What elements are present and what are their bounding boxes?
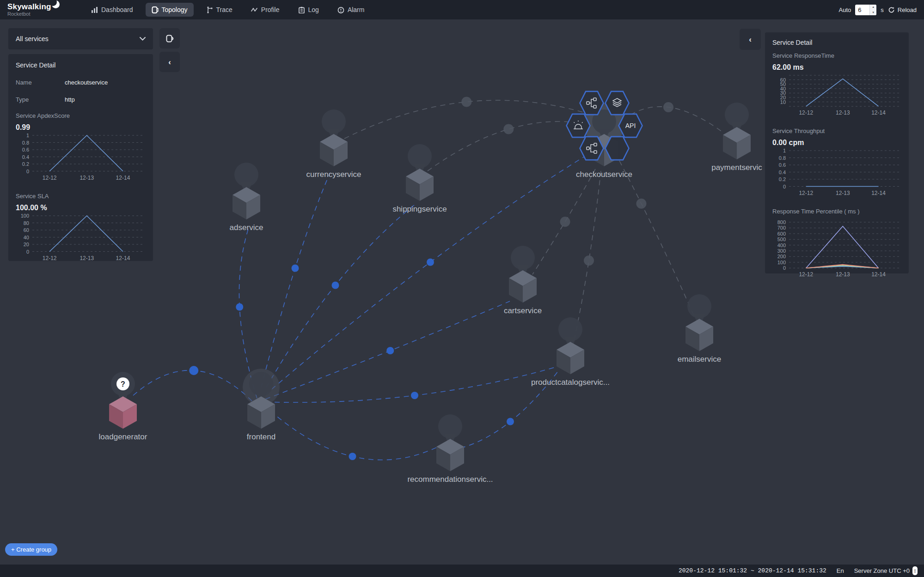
- response-time-value: 62.00 ms: [772, 63, 901, 72]
- topo-edge-blue[interactable]: [133, 370, 254, 403]
- svg-text:12-14: 12-14: [871, 109, 886, 116]
- service-type-row: Type http: [16, 96, 146, 103]
- hex-menu-api[interactable]: API: [619, 114, 643, 137]
- response-time-heading: Service ResponseTime: [772, 52, 901, 59]
- node-label: cartservice: [504, 306, 542, 315]
- hex-menu-alarm-siren[interactable]: [567, 114, 590, 137]
- hex-menu-sitemap[interactable]: [580, 137, 604, 160]
- svg-text:0.8: 0.8: [779, 155, 786, 161]
- topo-node-frontend[interactable]: frontend: [243, 369, 280, 441]
- topo-edge-blue[interactable]: [259, 173, 330, 396]
- time-range-picker[interactable]: 2020-12-12 15:01:32 ~ 2020-12-14 15:31:3…: [679, 567, 826, 574]
- node-label: paymentservic: [711, 163, 762, 172]
- nav-item-trace[interactable]: Trace: [200, 3, 239, 17]
- svg-text:100: 100: [777, 259, 786, 265]
- apdex-chart: 10.80.60.40.2012-1212-1312-14: [16, 134, 146, 183]
- alarm-icon: [337, 6, 344, 13]
- edge-dot: [636, 199, 646, 209]
- services-select-value: All services: [16, 35, 49, 43]
- nav-item-topology[interactable]: Topology: [146, 3, 194, 17]
- app-logo: Skywalking Rocketbot: [7, 1, 67, 18]
- edge-dot: [236, 304, 243, 311]
- language-toggle[interactable]: En: [837, 567, 844, 574]
- svg-text:10: 10: [780, 99, 786, 105]
- topology-mode-button[interactable]: [159, 28, 180, 49]
- name-label: Name: [16, 79, 65, 86]
- topo-node-recommendationservice[interactable]: recommendationservic...: [407, 414, 493, 484]
- topo-edge-gray[interactable]: [619, 161, 695, 319]
- svg-text:0: 0: [26, 249, 29, 254]
- topo-node-paymentservice[interactable]: paymentservic: [711, 103, 762, 172]
- collapse-left-panel-button[interactable]: ‹: [159, 52, 180, 72]
- node-label: checkoutservice: [576, 170, 632, 179]
- svg-text:0.2: 0.2: [779, 176, 786, 182]
- nav-item-label: Alarm: [348, 6, 365, 13]
- panel-title: Service Detail: [772, 39, 901, 46]
- service-detail-panel-right: Service Detail Service ResponseTime 62.0…: [765, 32, 909, 273]
- topo-edge-blue[interactable]: [265, 367, 557, 402]
- svg-text:0: 0: [26, 169, 29, 174]
- auto-interval-value[interactable]: 6: [855, 5, 869, 15]
- node-label: frontend: [247, 432, 275, 441]
- response-time-chart: 60504030201012-1212-1312-14: [772, 73, 901, 118]
- hex-menu-empty: [606, 137, 629, 160]
- nav-item-profile[interactable]: Profile: [245, 3, 286, 17]
- server-zone-stepper[interactable]: ▲▼: [912, 566, 918, 575]
- chart-svg: 800700600500400300200100012-1212-1312-14: [772, 220, 901, 278]
- nav-item-log[interactable]: Log: [292, 3, 325, 17]
- service-detail-panel-left: Service Detail Name checkoutservice Type…: [8, 54, 153, 261]
- service-name-row: Name checkoutservice: [16, 79, 146, 86]
- edge-dot: [507, 418, 514, 425]
- topo-node-productcatalogservice[interactable]: productcatalogservic...: [531, 317, 610, 387]
- chart-svg: 10080604020012-1212-1312-14: [16, 214, 146, 262]
- edge-dot: [503, 124, 514, 134]
- top-navigation-bar: Skywalking Rocketbot DashboardTopologyTr…: [0, 0, 924, 19]
- svg-text:0.2: 0.2: [22, 161, 29, 167]
- topo-node-adservice[interactable]: adservice: [230, 163, 263, 232]
- nav-item-dashboard[interactable]: Dashboard: [85, 3, 139, 17]
- collapse-right-panel-button[interactable]: ‹: [740, 29, 761, 50]
- hex-menu-topology-branch[interactable]: [580, 91, 604, 115]
- app-subtitle: Rocketbot: [7, 11, 31, 17]
- services-select[interactable]: All services: [8, 28, 153, 49]
- hex-menu-layers[interactable]: [606, 91, 629, 115]
- node-label: emailservice: [678, 355, 721, 364]
- step-down-icon[interactable]: ▼: [870, 10, 876, 15]
- chevron-left-icon: ‹: [749, 36, 752, 43]
- topo-node-currencyservice[interactable]: currencyservice: [306, 109, 361, 179]
- svg-text:12-12: 12-12: [43, 175, 57, 181]
- type-label: Type: [16, 96, 65, 103]
- svg-text:12-13: 12-13: [836, 109, 850, 116]
- step-up-icon[interactable]: ▲: [870, 5, 876, 10]
- auto-unit: s: [881, 6, 884, 13]
- edge-dot: [663, 102, 673, 112]
- svg-text:0.8: 0.8: [22, 140, 29, 146]
- node-label: recommendationservic...: [407, 475, 493, 484]
- auto-interval-input[interactable]: 6 ▲ ▼: [855, 5, 876, 15]
- svg-text:12-13: 12-13: [80, 255, 94, 261]
- topo-node-loadgenerator[interactable]: ?loadgenerator: [99, 372, 147, 441]
- svg-text:0.6: 0.6: [779, 162, 786, 168]
- edge-dot: [332, 282, 339, 289]
- svg-text:200: 200: [777, 254, 786, 259]
- edge-dot: [427, 259, 434, 266]
- svg-text:20: 20: [24, 242, 29, 247]
- nav-item-label: Profile: [261, 6, 280, 13]
- svg-text:40: 40: [24, 234, 29, 240]
- topo-node-shippingservice[interactable]: shippingservice: [392, 144, 447, 213]
- nav-item-alarm[interactable]: Alarm: [331, 3, 371, 17]
- node-label: currencyservice: [306, 170, 361, 179]
- topo-node-emailservice[interactable]: emailservice: [678, 294, 721, 364]
- bottom-status-bar: 2020-12-12 15:01:32 ~ 2020-12-14 15:31:3…: [0, 565, 924, 577]
- topo-node-cartservice[interactable]: cartservice: [504, 246, 542, 315]
- reload-button[interactable]: Reload: [888, 6, 917, 13]
- create-group-button[interactable]: + Create group: [5, 543, 57, 556]
- profile-icon: [251, 6, 258, 13]
- svg-text:API: API: [625, 122, 636, 129]
- auto-interval-stepper: ▲ ▼: [869, 5, 876, 15]
- reload-label: Reload: [898, 6, 917, 13]
- topo-edge-blue[interactable]: [262, 205, 414, 395]
- auto-label: Auto: [839, 6, 851, 13]
- topo-edge-blue[interactable]: [263, 405, 439, 460]
- svg-text:1: 1: [26, 134, 29, 138]
